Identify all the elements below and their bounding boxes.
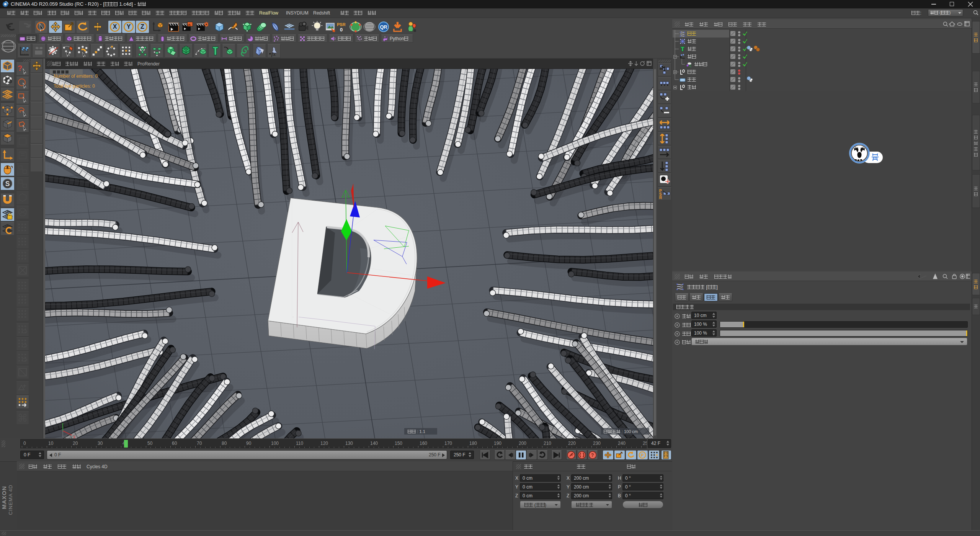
svg-text:100: 100 xyxy=(271,441,279,446)
svg-text:190: 190 xyxy=(494,441,501,446)
svg-text:120: 120 xyxy=(320,441,328,446)
svg-text:Number of emitters: 0: Number of emitters: 0 xyxy=(54,74,98,79)
svg-text:110: 110 xyxy=(296,441,303,446)
svg-text:X: X xyxy=(73,435,76,438)
svg-text:240: 240 xyxy=(618,441,626,446)
svg-text:140: 140 xyxy=(370,441,378,446)
svg-text:10: 10 xyxy=(48,441,54,446)
svg-text:30: 30 xyxy=(98,441,103,446)
svg-text:0: 0 xyxy=(340,27,343,33)
svg-text:P: P xyxy=(641,453,644,458)
svg-text:Z: Z xyxy=(140,23,144,30)
svg-text:50: 50 xyxy=(147,441,153,446)
svg-text:200: 200 xyxy=(519,441,526,446)
svg-text:R: R xyxy=(659,196,662,200)
svg-text:?: ? xyxy=(591,453,594,458)
svg-text:?: ? xyxy=(18,64,22,72)
svg-text:Total live particles: 0: Total live particles: 0 xyxy=(54,83,95,89)
svg-text:180: 180 xyxy=(469,441,477,446)
svg-text:250: 250 xyxy=(643,441,647,446)
svg-text:X: X xyxy=(113,23,117,30)
svg-text:PSR: PSR xyxy=(337,22,346,27)
svg-text:220: 220 xyxy=(568,441,576,446)
svg-text:0: 0 xyxy=(23,441,26,446)
svg-text:90: 90 xyxy=(246,441,252,446)
svg-text:230: 230 xyxy=(593,441,601,446)
svg-text:160: 160 xyxy=(420,441,427,446)
svg-text:fx: fx xyxy=(271,51,276,57)
svg-text:170: 170 xyxy=(444,441,452,446)
svg-text:60: 60 xyxy=(172,441,177,446)
svg-text:130: 130 xyxy=(345,441,353,446)
svg-text:80: 80 xyxy=(222,441,227,446)
svg-text:210: 210 xyxy=(544,441,551,446)
svg-text:150: 150 xyxy=(395,441,402,446)
svg-text:Y: Y xyxy=(127,23,131,30)
svg-text:20: 20 xyxy=(73,441,78,446)
svg-text:QR: QR xyxy=(380,24,387,30)
svg-text:S: S xyxy=(5,180,10,188)
svg-text:70: 70 xyxy=(197,441,202,446)
svg-text:B: B xyxy=(413,28,416,33)
